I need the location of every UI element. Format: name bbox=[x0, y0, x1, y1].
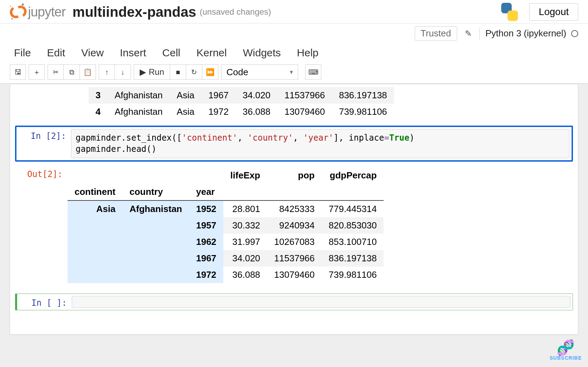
button-toolbar: 🖫 ＋ ✂ ⧉ 📋 ↑ ↓ ▶ Run ■ ↻ ⏩ Code ▾ ⌨ bbox=[0, 62, 588, 84]
edit-icon[interactable]: ✎ bbox=[465, 29, 472, 38]
notebook-scroll-area[interactable]: 3 Afghanistan Asia 1967 34.020 11537966 … bbox=[0, 84, 588, 367]
dna-icon: 🧬 bbox=[550, 340, 582, 355]
jupyter-logo[interactable]: jupyter bbox=[10, 3, 65, 20]
python-icon bbox=[500, 2, 519, 22]
autosave-status: (unsaved changes) bbox=[200, 7, 271, 17]
notebook-header: jupyter multiindex-pandas (unsaved chang… bbox=[0, 0, 588, 23]
notebook-title[interactable]: multiindex-pandas bbox=[72, 4, 196, 20]
output-cell-previous-tail: 3 Afghanistan Asia 1967 34.020 11537966 … bbox=[10, 84, 578, 123]
output-cell-2: Out[2]: lifeExp pop gdpPercap continent bbox=[10, 164, 578, 286]
trusted-button[interactable]: Trusted bbox=[415, 26, 457, 41]
keyboard-icon: ⌨ bbox=[308, 68, 318, 76]
arrow-up-icon: ↑ bbox=[105, 68, 108, 76]
save-icon: 🖫 bbox=[14, 68, 21, 76]
code-editor-empty[interactable] bbox=[72, 296, 570, 308]
restart-button[interactable]: ↻ bbox=[186, 64, 202, 80]
menu-widgets[interactable]: Widgets bbox=[243, 47, 281, 59]
menu-view[interactable]: View bbox=[81, 47, 104, 59]
idx-continent: continent bbox=[68, 184, 122, 200]
notebook: 3 Afghanistan Asia 1967 34.020 11537966 … bbox=[10, 84, 578, 334]
code-cell-empty[interactable]: In [ ]: bbox=[10, 291, 578, 313]
col-pop: pop bbox=[267, 167, 322, 184]
copy-button[interactable]: ⧉ bbox=[64, 64, 80, 80]
dataframe-output-previous: 3 Afghanistan Asia 1967 34.020 11537966 … bbox=[89, 87, 394, 120]
col-lifeexp: lifeExp bbox=[223, 167, 267, 184]
divider bbox=[479, 28, 480, 40]
run-button[interactable]: ▶ Run bbox=[134, 64, 170, 80]
menu-bar: File Edit View Insert Cell Kernel Widget… bbox=[0, 43, 588, 62]
dataframe-output-multiindex: lifeExp pop gdpPercap continent country … bbox=[68, 167, 384, 283]
copy-icon: ⧉ bbox=[69, 68, 74, 76]
input-prompt: In [2]: bbox=[19, 129, 71, 158]
cell-type-select[interactable]: Code ▾ bbox=[221, 64, 298, 80]
save-button[interactable]: 🖫 bbox=[10, 64, 26, 80]
input-prompt-empty: In [ ]: bbox=[19, 296, 72, 308]
cut-icon: ✂ bbox=[53, 68, 59, 76]
subscribe-badge[interactable]: 🧬 SUBSCRIBE bbox=[550, 340, 582, 361]
kernel-row: Trusted ✎ Python 3 (ipykernel) bbox=[0, 23, 588, 43]
output-prompt: Out[2]: bbox=[15, 167, 68, 283]
code-editor[interactable]: gapminder.set_index(['continent', 'count… bbox=[71, 129, 569, 158]
menu-edit[interactable]: Edit bbox=[47, 47, 65, 59]
fast-forward-icon: ⏩ bbox=[206, 68, 215, 76]
kernel-name[interactable]: Python 3 (ipykernel) bbox=[485, 28, 566, 39]
menu-file[interactable]: File bbox=[14, 47, 31, 59]
subscribe-label: SUBSCRIBE bbox=[550, 355, 582, 361]
menu-cell[interactable]: Cell bbox=[162, 47, 181, 59]
cell-type-value: Code bbox=[226, 67, 248, 78]
move-down-button[interactable]: ↓ bbox=[115, 64, 131, 80]
paste-button[interactable]: 📋 bbox=[80, 64, 96, 80]
move-up-button[interactable]: ↑ bbox=[99, 64, 115, 80]
command-palette-button[interactable]: ⌨ bbox=[305, 64, 321, 80]
table-row: Asia Afghanistan 1952 28.801 8425333 779… bbox=[68, 200, 384, 217]
cut-button[interactable]: ✂ bbox=[48, 64, 64, 80]
interrupt-button[interactable]: ■ bbox=[170, 64, 186, 80]
code-cell-2[interactable]: In [2]: gapminder.set_index(['continent'… bbox=[10, 123, 578, 164]
stop-icon: ■ bbox=[176, 68, 180, 76]
paste-icon: 📋 bbox=[83, 68, 92, 76]
menu-insert[interactable]: Insert bbox=[120, 47, 146, 59]
chevron-down-icon: ▾ bbox=[290, 68, 293, 76]
table-row: 3 Afghanistan Asia 1967 34.020 11537966 … bbox=[89, 87, 394, 104]
col-gdp: gdpPercap bbox=[322, 167, 384, 184]
restart-run-all-button[interactable]: ⏩ bbox=[202, 64, 218, 80]
jupyter-logo-icon bbox=[10, 3, 27, 20]
table-row: 4 Afghanistan Asia 1972 36.088 13079460 … bbox=[89, 104, 394, 120]
main-toolbar-container: Trusted ✎ Python 3 (ipykernel) File Edit… bbox=[0, 23, 588, 84]
restart-icon: ↻ bbox=[191, 68, 197, 76]
play-icon: ▶ bbox=[140, 67, 146, 77]
idx-country: country bbox=[122, 184, 189, 200]
jupyter-word: jupyter bbox=[28, 5, 65, 20]
run-label: Run bbox=[149, 67, 164, 77]
menu-kernel[interactable]: Kernel bbox=[196, 47, 227, 59]
arrow-down-icon: ↓ bbox=[121, 68, 125, 76]
kernel-busy-icon bbox=[571, 30, 578, 37]
output-prompt-blank bbox=[15, 87, 68, 120]
menu-help[interactable]: Help bbox=[297, 47, 318, 59]
plus-icon: ＋ bbox=[33, 68, 40, 77]
insert-cell-button[interactable]: ＋ bbox=[29, 64, 45, 80]
logout-button[interactable]: Logout bbox=[529, 3, 578, 21]
idx-year: year bbox=[189, 184, 223, 200]
